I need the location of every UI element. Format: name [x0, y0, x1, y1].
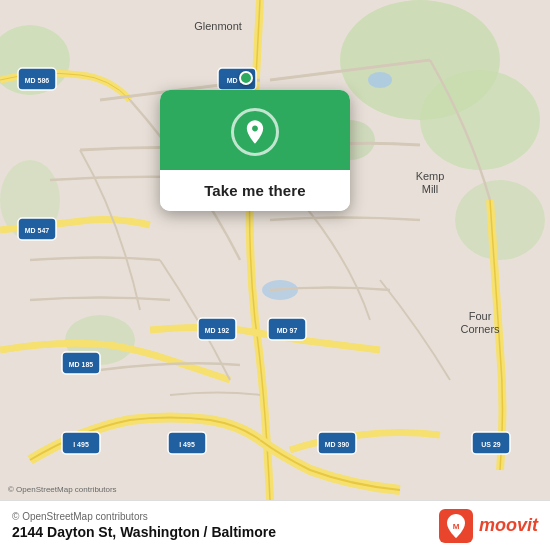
popup-green-area: [160, 90, 350, 170]
svg-text:Four: Four: [469, 310, 492, 322]
map-background: MD 586 MD 97 MD 547 MD 185 MD 192 MD 97 …: [0, 0, 550, 500]
take-me-there-button[interactable]: Take me there: [160, 170, 350, 211]
svg-text:MD 390: MD 390: [325, 441, 350, 448]
svg-text:M: M: [453, 521, 460, 530]
svg-text:MD 97: MD 97: [277, 327, 298, 334]
svg-text:MD 586: MD 586: [25, 77, 50, 84]
map-marker-dot: [239, 71, 253, 85]
address-text: 2144 Dayton St, Washington / Baltimore: [12, 524, 276, 540]
map-container: MD 586 MD 97 MD 547 MD 185 MD 192 MD 97 …: [0, 0, 550, 500]
svg-point-4: [455, 180, 545, 260]
svg-text:I 495: I 495: [73, 441, 89, 448]
svg-point-2: [420, 70, 540, 170]
location-pin-icon: [231, 108, 279, 156]
svg-text:Glenmont: Glenmont: [194, 20, 242, 32]
svg-text:US 29: US 29: [481, 441, 501, 448]
svg-text:Kemp: Kemp: [416, 170, 445, 182]
moovit-icon: M: [439, 509, 473, 543]
bottom-bar: © OpenStreetMap contributors 2144 Dayton…: [0, 500, 550, 550]
svg-text:© OpenStreetMap contributors: © OpenStreetMap contributors: [8, 485, 117, 494]
pin-svg: [241, 118, 269, 146]
popup-card: Take me there: [160, 90, 350, 211]
svg-point-8: [368, 72, 392, 88]
bottom-left: © OpenStreetMap contributors 2144 Dayton…: [12, 511, 276, 540]
moovit-label: moovit: [479, 515, 538, 536]
svg-text:MD 185: MD 185: [69, 361, 94, 368]
svg-text:Corners: Corners: [460, 323, 500, 335]
copyright-text: © OpenStreetMap contributors: [12, 511, 276, 522]
svg-text:MD 547: MD 547: [25, 227, 50, 234]
svg-text:I 495: I 495: [179, 441, 195, 448]
svg-text:MD 192: MD 192: [205, 327, 230, 334]
moovit-logo[interactable]: M moovit: [439, 509, 538, 543]
svg-text:Mill: Mill: [422, 183, 439, 195]
